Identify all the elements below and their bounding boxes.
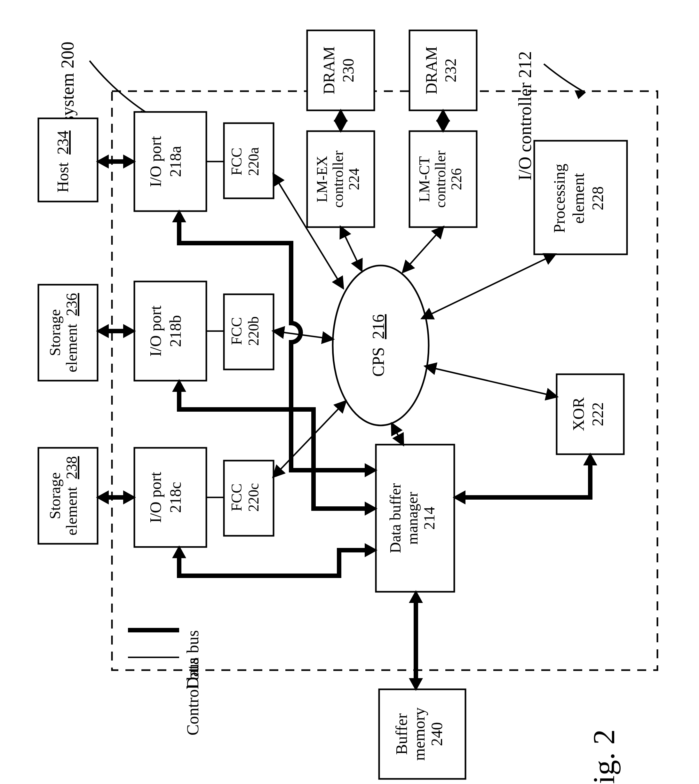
lm-ex-num: 224	[346, 168, 362, 190]
leader-controller	[544, 64, 585, 93]
host-num: 234	[54, 131, 72, 154]
legend-control-bus: Control bus	[184, 657, 202, 735]
fcc-b-num: 220b	[245, 316, 262, 346]
bus-xor-dbm	[453, 453, 597, 504]
xor-num: 222	[589, 402, 606, 427]
lm-ct-line2: controller	[432, 151, 449, 208]
legend: Data bus Control bus	[128, 630, 202, 735]
io-port-b-box: I/O port 218b	[134, 281, 206, 380]
lm-ex-box: LM-EX controller 224	[307, 131, 374, 227]
io-port-a-line1: I/O port	[146, 136, 164, 187]
bus-xor-cps	[426, 366, 557, 397]
storage-1-line1: Storage	[46, 309, 63, 356]
storage-2-num: 238	[63, 456, 80, 479]
dbm-num: 214	[421, 507, 437, 530]
io-port-a-num: 218a	[166, 146, 184, 177]
bufmem-num: 240	[428, 722, 446, 746]
bus-se2-ioc	[96, 490, 136, 504]
svg-text:element
      238: element 238	[63, 456, 80, 536]
cps-ellipse: CPS 216	[333, 265, 429, 425]
processing-element-box: Processing element 228	[534, 141, 627, 254]
bus-fccc-cps	[273, 402, 346, 476]
figure-title: Fig. 2	[587, 729, 621, 784]
io-port-c-line1: I/O port	[146, 472, 164, 523]
bus-lmct-cps	[403, 227, 443, 272]
fcc-c-box: FCC 220c	[224, 461, 273, 536]
fcc-a-line1: FCC	[229, 148, 245, 175]
bus-proc-cps	[422, 254, 555, 318]
fcc-b-line1: FCC	[229, 317, 245, 345]
storage-1-line2: element	[63, 323, 80, 372]
lm-ex-line2: controller	[330, 151, 346, 208]
dbm-line1: Data buffer	[387, 483, 404, 553]
cps-num: 216	[369, 314, 388, 339]
io-port-b-num: 218b	[166, 315, 184, 347]
dram-2-num: 232	[441, 58, 459, 83]
bus-dbm-cps	[392, 424, 403, 445]
host-label: Host	[54, 162, 72, 193]
fcc-c-num: 220c	[245, 483, 262, 511]
storage-element-2-box: Storage element 238	[38, 448, 98, 544]
controller-label: I/O controller 212	[515, 51, 535, 180]
dram-1-num: 230	[339, 58, 357, 83]
storage-2-line1: Storage	[46, 473, 63, 519]
processing-line2: element	[570, 173, 587, 223]
fcc-c-line1: FCC	[229, 484, 245, 511]
xor-line1: XOR	[570, 397, 587, 431]
lm-ct-num: 226	[448, 168, 464, 190]
io-port-b-line1: I/O port	[146, 306, 164, 357]
fcc-b-box: FCC 220b	[224, 294, 273, 369]
svg-text:CPS
      216: CPS 216	[369, 314, 388, 377]
io-port-c-num: 218c	[166, 482, 184, 513]
bus-lmex-cps	[341, 227, 361, 270]
storage-2-line2: element	[63, 486, 80, 536]
bufmem-line1: Buffer	[393, 713, 411, 755]
storage-1-num: 236	[63, 293, 80, 316]
processing-num: 228	[589, 187, 606, 210]
io-port-c-box: I/O port 218c	[134, 448, 206, 547]
leader-system	[89, 61, 150, 115]
bus-dram1-lmex	[334, 109, 348, 133]
fcc-a-box: FCC 220a	[224, 123, 273, 198]
dram-1-line1: DRAM	[320, 46, 338, 94]
io-port-a-box: I/O port 218a	[134, 112, 206, 211]
storage-element-1-box: Storage element 236	[38, 284, 98, 380]
data-buffer-manager-box: Data buffer manager 214	[376, 445, 454, 592]
lm-ex-line1: LM-EX	[314, 156, 330, 202]
svg-text:element
      236: element 236	[63, 293, 80, 372]
dbm-line2: manager	[404, 492, 421, 544]
fcc-a-num: 220a	[245, 147, 262, 175]
buffer-memory-box: Buffer memory 240	[379, 689, 465, 779]
bus-fccb-cps	[273, 331, 333, 339]
dram-1-box: DRAM 230	[307, 30, 374, 110]
bus-se1-iob	[96, 324, 136, 338]
bus-ioc-dbm	[172, 543, 378, 576]
bus-dbm-bufmem	[409, 590, 423, 691]
dram-2-line1: DRAM	[422, 46, 440, 94]
cps-line1: CPS	[369, 347, 388, 377]
bus-host-ioa	[96, 154, 136, 169]
processing-line1: Processing	[550, 164, 568, 233]
lm-ct-box: LM-CT controller 226	[409, 131, 477, 227]
bufmem-line2: memory	[410, 708, 428, 761]
bus-dram2-lmct	[436, 109, 450, 133]
dram-2-box: DRAM 232	[409, 30, 477, 110]
svg-text:Host
      234: Host 234	[54, 131, 72, 193]
xor-box: XOR 222	[557, 374, 624, 454]
lm-ct-line1: LM-CT	[416, 156, 432, 202]
host-box: Host 234	[38, 118, 98, 202]
